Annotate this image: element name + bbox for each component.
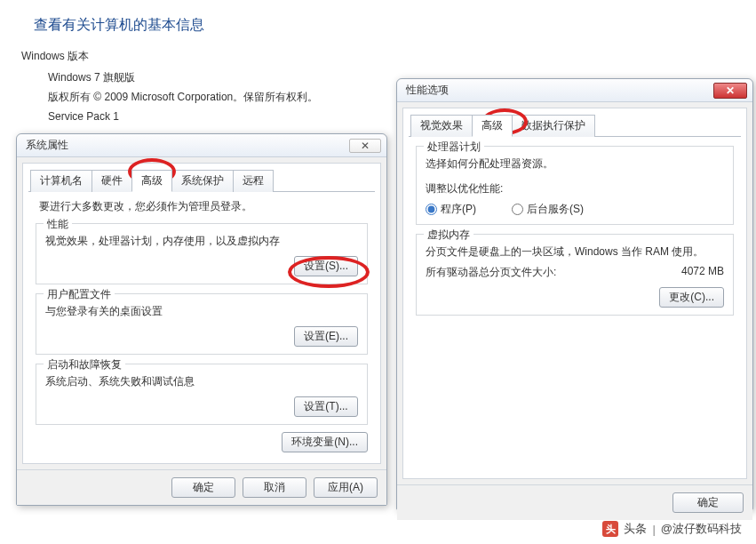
radio-services-input[interactable]	[512, 204, 523, 215]
watermark: 头 头条 | @波仔数码科技	[602, 521, 742, 537]
tab-visual-effects[interactable]: 视觉效果	[410, 115, 473, 137]
processor-scheduling-desc: 选择如何分配处理器资源。	[426, 156, 724, 172]
perfopt-title: 性能选项	[406, 83, 449, 98]
sysprop-cancel-button[interactable]: 取消	[243, 477, 306, 498]
user-profile-settings-button[interactable]: 设置(E)...	[294, 326, 358, 347]
virtual-memory-desc: 分页文件是硬盘上的一块区域，Windows 当作 RAM 使用。	[426, 244, 724, 260]
user-profile-legend: 用户配置文件	[44, 287, 115, 302]
close-icon[interactable]: ✕	[713, 83, 747, 99]
system-properties-dialog: 系统属性 ✕ 计算机名 硬件 高级 系统保护 远程 要进行大多数更改，您必须作为…	[16, 133, 387, 506]
user-profile-group: 用户配置文件 与您登录有关的桌面设置 设置(E)...	[36, 293, 368, 355]
tab-advanced[interactable]: 高级	[131, 170, 172, 192]
sysprop-tabs: 计算机名 硬件 高级 系统保护 远程	[28, 169, 375, 192]
env-vars-button[interactable]: 环境变量(N)...	[282, 432, 368, 452]
sysprop-apply-button[interactable]: 应用(A)	[314, 477, 378, 498]
startup-recovery-desc: 系统启动、系统失败和调试信息	[45, 373, 358, 389]
startup-recovery-legend: 启动和故障恢复	[44, 357, 125, 372]
tab-remote[interactable]: 远程	[233, 170, 274, 192]
vm-change-button[interactable]: 更改(C)...	[659, 287, 724, 308]
performance-options-dialog: 性能选项 ✕ 视觉效果 高级 数据执行保护 处理器计划 选择如何分配处理器资源。…	[396, 78, 753, 510]
tab-computer-name[interactable]: 计算机名	[30, 170, 92, 192]
windows-version-label: Windows 版本	[0, 42, 756, 68]
startup-recovery-group: 启动和故障恢复 系统启动、系统失败和调试信息 设置(T)...	[36, 364, 368, 425]
radio-background-services[interactable]: 后台服务(S)	[512, 202, 584, 217]
vm-total-value: 4072 MB	[681, 265, 724, 280]
perfopt-ok-button[interactable]: 确定	[672, 492, 744, 513]
tab-system-protection[interactable]: 系统保护	[171, 170, 234, 192]
adjust-label: 调整以优化性能:	[426, 180, 724, 196]
tab-hardware[interactable]: 硬件	[92, 170, 132, 192]
user-profile-desc: 与您登录有关的桌面设置	[45, 303, 358, 319]
processor-scheduling-group: 处理器计划 选择如何分配处理器资源。 调整以优化性能: 程序(P) 后台服务(S…	[416, 146, 734, 225]
performance-settings-button[interactable]: 设置(S)...	[294, 256, 358, 276]
performance-group: 性能 视觉效果，处理器计划，内存使用，以及虚拟内存 设置(S)...	[36, 223, 368, 284]
sysprop-title: 系统属性	[26, 138, 68, 153]
admin-note: 要进行大多数更改，您必须作为管理员登录。	[28, 192, 375, 214]
performance-desc: 视觉效果，处理器计划，内存使用，以及虚拟内存	[45, 233, 358, 249]
startup-recovery-settings-button[interactable]: 设置(T)...	[294, 396, 358, 417]
watermark-author: @波仔数码科技	[661, 521, 742, 537]
watermark-label: 头条	[624, 521, 647, 537]
vm-total-label: 所有驱动器总分页文件大小:	[426, 265, 556, 280]
performance-legend: 性能	[44, 217, 72, 232]
radio-programs[interactable]: 程序(P)	[426, 202, 476, 217]
tab-dep[interactable]: 数据执行保护	[512, 115, 595, 137]
perfopt-tabs: 视觉效果 高级 数据执行保护	[409, 114, 741, 137]
page-title: 查看有关计算机的基本信息	[0, 0, 756, 42]
virtual-memory-legend: 虚拟内存	[424, 228, 473, 243]
close-icon[interactable]: ✕	[349, 139, 381, 153]
tab-advanced-perf[interactable]: 高级	[472, 115, 513, 137]
watermark-icon: 头	[602, 521, 618, 537]
processor-scheduling-legend: 处理器计划	[424, 140, 484, 155]
virtual-memory-group: 虚拟内存 分页文件是硬盘上的一块区域，Windows 当作 RAM 使用。 所有…	[416, 234, 734, 316]
sysprop-ok-button[interactable]: 确定	[171, 477, 235, 498]
radio-programs-input[interactable]	[426, 204, 437, 215]
